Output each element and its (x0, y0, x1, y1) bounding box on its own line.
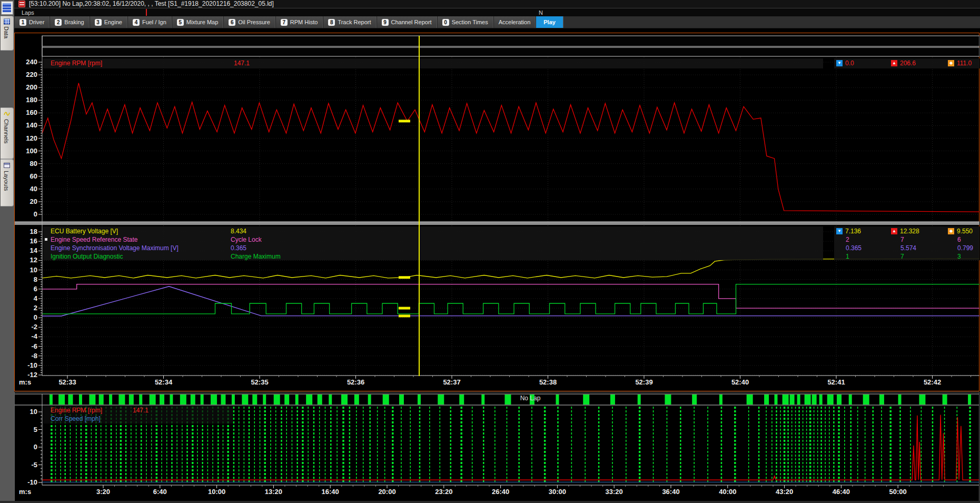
min-icon: ▼ (836, 228, 843, 234)
channel-cursor-value: Cycle Lock (231, 235, 262, 244)
marker-band-0[interactable] (42, 36, 979, 46)
x-tick-label: 50:00 (889, 488, 907, 496)
sidebar-tab-channels[interactable]: Channels (1, 107, 14, 159)
channel-name[interactable]: Engine RPM [rpm] (51, 406, 102, 415)
lap-band-bar (968, 394, 971, 405)
avg-icon: ◆ (948, 228, 954, 234)
sidebar-tab-data[interactable]: Data (1, 16, 14, 51)
toolbar-button-acceleration[interactable]: Acceleration (493, 16, 536, 28)
x-tick-label: 43:20 (776, 488, 793, 496)
trace (42, 83, 979, 212)
app-logo-icon (1, 1, 13, 15)
toolbar-button-mixture-map[interactable]: 5Mixture Map (172, 16, 224, 28)
lap-band-bar (805, 394, 811, 405)
stat-max-value: 7 (900, 235, 904, 244)
lap-band-bar (898, 394, 902, 405)
toolbar-button-track-report[interactable]: 8Track Report (323, 16, 376, 28)
toolbar-button-rpm-histo[interactable]: 7RPM Histo (275, 16, 323, 28)
window-title: [53:10.200] No Lap,20:38:02, 16/12/2020,… (29, 0, 274, 8)
y-tick-label: -10 (27, 478, 37, 486)
channel-name[interactable]: Engine Synchronisation Voltage Maximum [… (51, 244, 179, 252)
cursor-value-marker (399, 276, 410, 279)
toolbar-button-braking[interactable]: 2Braking (50, 16, 89, 28)
channel-name[interactable]: Engine Speed Reference State (51, 235, 137, 244)
channel-cursor-value: 0.365 (231, 244, 246, 252)
time-cursor[interactable] (419, 36, 420, 376)
x-tick-label: 33:20 (606, 488, 623, 496)
toolbar-button-channel-report[interactable]: 9Channel Report (377, 16, 437, 28)
lap-band-bar (274, 394, 280, 405)
stat-min-value: 0.0 (845, 59, 854, 67)
stat-max-value: 206.6 (900, 59, 916, 67)
lap-band-bar (263, 394, 266, 405)
data-table-icon (4, 18, 10, 25)
channel-name[interactable]: Ignition Output Diagnostic (51, 252, 123, 261)
y-tick-label: 120 (26, 134, 37, 142)
y-tick-label: 240 (26, 58, 37, 66)
stat-min-value: 2 (846, 235, 849, 244)
channel-cursor-value: 147.1 (234, 59, 250, 67)
x-tick-label: 26:40 (492, 488, 509, 496)
toolbar-button-fuel-ign[interactable]: 4Fuel / Ign (127, 16, 172, 28)
lap-band-bar (232, 394, 235, 405)
sidebar-tab-layouts[interactable]: Layouts (1, 159, 14, 206)
stat-max-value: 12.328 (900, 227, 919, 235)
lap-band-bar (438, 394, 444, 405)
stat-avg: 0.799 (957, 244, 973, 252)
toolbar-button-label: Channel Report (391, 19, 432, 25)
toolbar-button-label: Track Report (338, 19, 371, 25)
x-tick-label: 6:40 (153, 488, 167, 496)
channel-name[interactable]: ECU Battery Voltage [V] (51, 227, 118, 235)
channel-name[interactable]: Corr Speed [mph] (51, 415, 101, 423)
y-tick-label: 12 (30, 256, 37, 264)
marker-band-1[interactable] (42, 47, 979, 56)
motec-logo-icon (18, 1, 25, 7)
hotkey-badge: 5 (177, 19, 184, 26)
lap-band-bar (583, 394, 589, 405)
y-tick-label: 60 (30, 172, 37, 180)
y-tick-label: 100 (26, 147, 37, 155)
y-tick-label: 200 (26, 83, 37, 91)
x-tick-label: 52:36 (347, 378, 364, 386)
window-bottom-edge (0, 501, 980, 503)
lap-band-bar (160, 394, 164, 405)
y-tick-label: 80 (30, 160, 37, 167)
lap-band-bar (692, 394, 697, 405)
lap-band-bar (863, 394, 869, 405)
x-tick-label: 46:40 (833, 488, 850, 496)
hotkey-badge: 6 (229, 19, 235, 26)
toolbar-button-section-times[interactable]: 0Section Times (437, 16, 493, 28)
overview-channel-strip: Engine RPM [rpm]147.1Corr Speed [mph] (43, 406, 233, 423)
toolbar-button-driver[interactable]: 1Driver (14, 16, 50, 28)
y-tick-label: -5 (31, 461, 37, 469)
toolbar-button-oil-pressure[interactable]: 6Oil Pressure (223, 16, 275, 28)
toolbar-button-label: Mixture Map (186, 19, 219, 25)
lap-band-bar (129, 394, 134, 405)
y-tick-label: 8 (34, 275, 37, 283)
hotkey-badge: 2 (55, 19, 62, 26)
y-tick-label: 5 (34, 426, 37, 433)
channel-name[interactable]: Engine RPM [rpm] (51, 59, 102, 67)
x-tick-label: 52:41 (827, 378, 845, 386)
lap-band-bar (211, 394, 217, 405)
chart-splitter[interactable] (15, 222, 979, 225)
hotkey-badge: 3 (95, 19, 102, 26)
lap-marker (146, 9, 147, 16)
laps-tab-label[interactable]: Laps (22, 9, 34, 16)
track-marker-n: N (539, 9, 543, 16)
lap-band-bar (459, 394, 464, 405)
lap-band-bar (919, 394, 925, 405)
toolbar-button-play[interactable]: Play (536, 16, 563, 28)
cursor-value-marker (399, 307, 410, 310)
toolbar-button-engine[interactable]: 3Engine (90, 16, 127, 28)
y-tick-label: 220 (26, 71, 37, 78)
lap-band-bar (790, 394, 795, 405)
y-tick-label: -10 (27, 361, 37, 369)
lap-band-bar (827, 394, 834, 405)
toolbar-button-label: Braking (64, 19, 84, 25)
time-graph-plot[interactable]: 020406080100120140160180200220240-12-10-… (15, 33, 979, 391)
stat-avg-value: 111.0 (957, 59, 972, 67)
hotkey-badge: 0 (442, 19, 449, 26)
lap-band-bar (318, 394, 322, 405)
y-tick-label: 4 (34, 294, 38, 302)
